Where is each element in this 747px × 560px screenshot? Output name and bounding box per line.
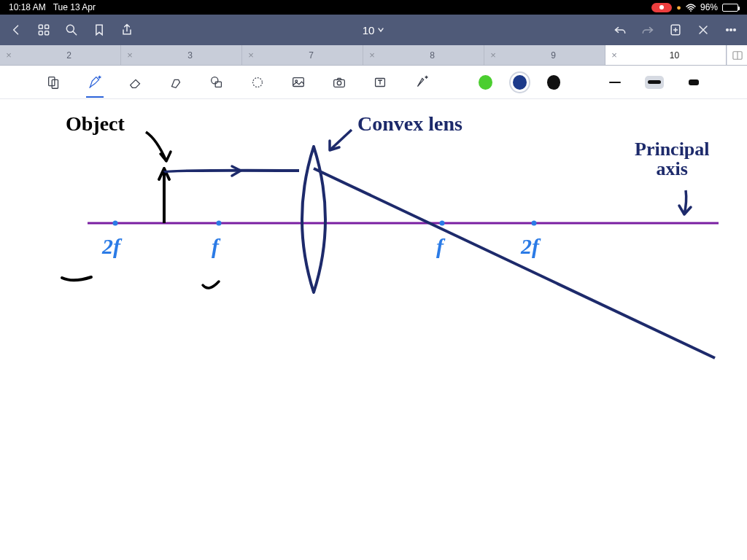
label-right-2f: 2f <box>521 234 539 259</box>
tab-7[interactable]: ×7 <box>242 45 363 65</box>
stroke-thick[interactable] <box>684 76 703 89</box>
tab-close-icon[interactable]: × <box>0 50 18 61</box>
tab-2[interactable]: ×2 <box>0 45 121 65</box>
label-convex-lens: Convex lens <box>357 112 462 136</box>
pointer-tool[interactable]: ✱ <box>411 71 431 93</box>
tab-9[interactable]: ×9 <box>484 45 605 65</box>
label-principal-axis: Principal axis <box>635 139 710 179</box>
tab-strip: ×2 ×3 ×7 ×8 ×9 ×10 <box>0 45 747 66</box>
svg-point-0 <box>690 10 692 12</box>
tab-3[interactable]: ×3 <box>121 45 242 65</box>
svg-point-21 <box>337 81 341 85</box>
bookmark-button[interactable] <box>92 23 107 37</box>
svg-point-25 <box>113 221 118 226</box>
tab-close-icon[interactable]: × <box>363 50 381 61</box>
status-bar: 10:18 AM Tue 13 Apr ● 96% <box>0 0 747 15</box>
shapes-tool[interactable] <box>206 71 227 93</box>
svg-point-19 <box>295 79 298 82</box>
svg-rect-4 <box>45 31 49 35</box>
stroke-thin[interactable] <box>605 76 624 89</box>
svg-rect-3 <box>39 31 42 35</box>
recording-indicator <box>651 3 672 12</box>
svg-point-27 <box>440 221 445 226</box>
document-title-label: 10 <box>363 24 375 36</box>
color-green[interactable] <box>479 75 492 90</box>
status-time: 10:18 AM <box>9 2 46 12</box>
tab-close-icon[interactable]: × <box>605 50 623 61</box>
label-right-f: f <box>436 234 444 259</box>
add-page-button[interactable] <box>668 23 683 37</box>
wifi-icon: ● <box>676 3 681 12</box>
color-navy[interactable] <box>513 75 527 90</box>
tab-8[interactable]: ×8 <box>363 45 484 65</box>
camera-tool[interactable] <box>329 71 349 93</box>
svg-point-5 <box>66 25 74 32</box>
svg-rect-16 <box>215 82 221 87</box>
search-button[interactable] <box>64 23 79 37</box>
lasso-tool[interactable] <box>247 71 268 93</box>
color-black[interactable] <box>547 75 561 90</box>
svg-rect-2 <box>45 25 49 28</box>
wifi-signal-icon <box>686 4 696 12</box>
label-left-2f: 2f <box>102 234 120 259</box>
tab-10[interactable]: ×10 <box>605 45 727 65</box>
highlighter-tool[interactable] <box>166 71 187 93</box>
pen-tool[interactable]: ✱ <box>85 71 105 93</box>
redo-button[interactable] <box>640 23 655 37</box>
tab-close-icon[interactable]: × <box>242 50 260 61</box>
drawing-toolbar: ✱ ✱ <box>0 66 747 99</box>
tab-close-icon[interactable]: × <box>121 50 139 61</box>
back-button[interactable] <box>9 23 23 37</box>
read-mode-button[interactable] <box>44 71 64 93</box>
svg-point-26 <box>217 221 222 226</box>
stroke-medium[interactable] <box>645 76 664 89</box>
battery-icon <box>722 4 738 12</box>
eraser-tool[interactable] <box>125 71 146 93</box>
label-left-f: f <box>212 234 219 259</box>
tab-close-icon[interactable]: × <box>484 50 502 61</box>
text-tool[interactable] <box>370 71 390 93</box>
svg-point-15 <box>212 77 218 83</box>
document-title[interactable]: 10 <box>147 24 600 36</box>
close-button[interactable] <box>696 23 711 37</box>
split-view-button[interactable] <box>727 45 747 65</box>
svg-text:✱: ✱ <box>97 74 101 79</box>
svg-text:✱: ✱ <box>424 74 427 79</box>
label-object: Object <box>66 112 125 136</box>
share-button[interactable] <box>120 23 134 37</box>
svg-point-9 <box>734 29 736 31</box>
undo-button[interactable] <box>613 23 627 37</box>
drawing-canvas[interactable]: Object Convex lens Principal axis 2f f f… <box>0 99 747 560</box>
svg-rect-1 <box>39 25 42 28</box>
grid-button[interactable] <box>36 23 51 37</box>
image-tool[interactable] <box>288 71 309 93</box>
battery-percent: 96% <box>700 2 718 12</box>
svg-point-7 <box>727 29 729 31</box>
svg-point-28 <box>532 221 537 226</box>
more-button[interactable] <box>724 23 738 37</box>
status-date: Tue 13 Apr <box>53 2 96 12</box>
svg-point-8 <box>730 29 732 31</box>
app-toolbar: 10 <box>0 15 747 45</box>
svg-point-17 <box>253 77 263 87</box>
chevron-down-icon <box>377 26 384 34</box>
